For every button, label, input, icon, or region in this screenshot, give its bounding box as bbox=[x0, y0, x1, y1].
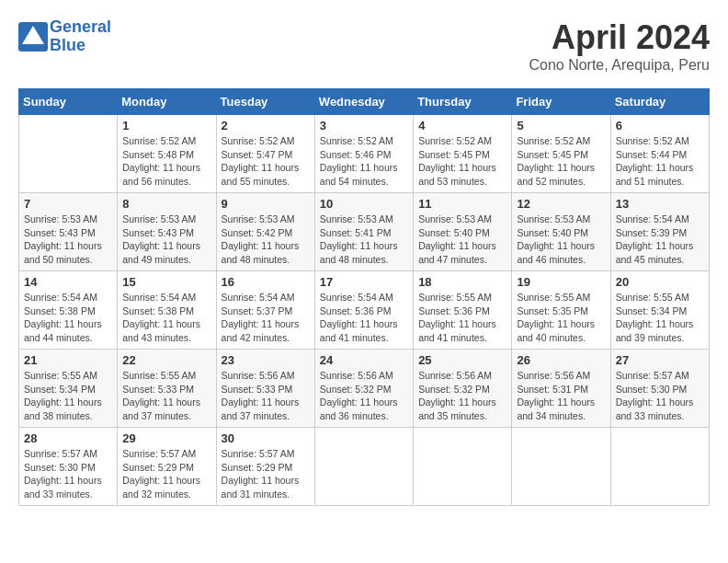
day-info: Sunrise: 5:55 AMSunset: 5:33 PMDaylight:… bbox=[122, 369, 210, 423]
day-info: Sunrise: 5:53 AMSunset: 5:43 PMDaylight:… bbox=[122, 213, 210, 267]
calendar-cell: 7Sunrise: 5:53 AMSunset: 5:43 PMDaylight… bbox=[19, 193, 118, 271]
column-header-sunday: Sunday bbox=[19, 89, 118, 115]
calendar-cell: 10Sunrise: 5:53 AMSunset: 5:41 PMDayligh… bbox=[314, 193, 413, 271]
calendar-cell: 24Sunrise: 5:56 AMSunset: 5:32 PMDayligh… bbox=[314, 350, 413, 428]
day-info: Sunrise: 5:54 AMSunset: 5:38 PMDaylight:… bbox=[122, 291, 210, 345]
calendar-cell bbox=[414, 428, 512, 506]
calendar-cell: 20Sunrise: 5:55 AMSunset: 5:34 PMDayligh… bbox=[610, 271, 709, 350]
day-info: Sunrise: 5:56 AMSunset: 5:32 PMDaylight:… bbox=[320, 369, 408, 423]
day-info: Sunrise: 5:57 AMSunset: 5:30 PMDaylight:… bbox=[616, 369, 704, 423]
day-number: 14 bbox=[24, 275, 112, 289]
day-number: 4 bbox=[418, 119, 506, 132]
column-header-saturday: Saturday bbox=[610, 89, 709, 115]
calendar-cell: 19Sunrise: 5:55 AMSunset: 5:35 PMDayligh… bbox=[512, 271, 610, 350]
calendar-cell: 11Sunrise: 5:53 AMSunset: 5:40 PMDayligh… bbox=[414, 193, 512, 271]
day-info: Sunrise: 5:52 AMSunset: 5:45 PMDaylight:… bbox=[418, 134, 506, 189]
calendar-week-row: 7Sunrise: 5:53 AMSunset: 5:43 PMDaylight… bbox=[19, 193, 710, 271]
calendar-cell: 23Sunrise: 5:56 AMSunset: 5:33 PMDayligh… bbox=[216, 350, 314, 428]
day-number: 1 bbox=[122, 119, 210, 132]
day-info: Sunrise: 5:54 AMSunset: 5:39 PMDaylight:… bbox=[616, 213, 704, 267]
calendar-cell: 5Sunrise: 5:52 AMSunset: 5:45 PMDaylight… bbox=[512, 115, 610, 193]
day-info: Sunrise: 5:55 AMSunset: 5:36 PMDaylight:… bbox=[418, 291, 506, 345]
day-info: Sunrise: 5:54 AMSunset: 5:36 PMDaylight:… bbox=[320, 291, 408, 345]
calendar-cell: 16Sunrise: 5:54 AMSunset: 5:37 PMDayligh… bbox=[216, 271, 314, 350]
calendar-cell: 8Sunrise: 5:53 AMSunset: 5:43 PMDaylight… bbox=[118, 193, 216, 271]
day-number: 7 bbox=[24, 197, 112, 211]
calendar-cell: 29Sunrise: 5:57 AMSunset: 5:29 PMDayligh… bbox=[118, 428, 216, 506]
column-header-wednesday: Wednesday bbox=[314, 89, 413, 115]
title-block: April 2024 Cono Norte, Arequipa, Peru bbox=[529, 18, 710, 74]
day-info: Sunrise: 5:52 AMSunset: 5:48 PMDaylight:… bbox=[122, 134, 210, 189]
day-info: Sunrise: 5:53 AMSunset: 5:43 PMDaylight:… bbox=[24, 213, 112, 267]
logo-line1: General bbox=[50, 18, 111, 37]
day-number: 29 bbox=[122, 431, 210, 445]
calendar-cell: 30Sunrise: 5:57 AMSunset: 5:29 PMDayligh… bbox=[216, 428, 314, 506]
calendar-table: SundayMondayTuesdayWednesdayThursdayFrid… bbox=[18, 88, 710, 506]
day-number: 2 bbox=[222, 119, 310, 132]
day-info: Sunrise: 5:57 AMSunset: 5:29 PMDaylight:… bbox=[122, 447, 210, 501]
day-info: Sunrise: 5:54 AMSunset: 5:37 PMDaylight:… bbox=[222, 291, 310, 345]
logo: General Blue bbox=[18, 18, 111, 55]
day-info: Sunrise: 5:52 AMSunset: 5:44 PMDaylight:… bbox=[616, 134, 704, 189]
calendar-cell: 18Sunrise: 5:55 AMSunset: 5:36 PMDayligh… bbox=[414, 271, 512, 350]
column-header-thursday: Thursday bbox=[414, 89, 512, 115]
calendar-cell bbox=[610, 428, 709, 506]
logo-icon bbox=[18, 22, 48, 52]
day-number: 28 bbox=[24, 431, 112, 445]
calendar-header-row: SundayMondayTuesdayWednesdayThursdayFrid… bbox=[19, 89, 710, 115]
calendar-cell: 27Sunrise: 5:57 AMSunset: 5:30 PMDayligh… bbox=[610, 350, 709, 428]
calendar-week-row: 28Sunrise: 5:57 AMSunset: 5:30 PMDayligh… bbox=[19, 428, 710, 506]
day-number: 27 bbox=[616, 353, 704, 367]
location: Cono Norte, Arequipa, Peru bbox=[529, 57, 710, 74]
calendar-cell: 13Sunrise: 5:54 AMSunset: 5:39 PMDayligh… bbox=[610, 193, 709, 271]
day-number: 23 bbox=[222, 353, 310, 367]
calendar-cell: 26Sunrise: 5:56 AMSunset: 5:31 PMDayligh… bbox=[512, 350, 610, 428]
calendar-cell: 2Sunrise: 5:52 AMSunset: 5:47 PMDaylight… bbox=[216, 115, 314, 193]
day-info: Sunrise: 5:57 AMSunset: 5:30 PMDaylight:… bbox=[24, 447, 112, 501]
day-info: Sunrise: 5:53 AMSunset: 5:41 PMDaylight:… bbox=[320, 213, 408, 267]
calendar-cell: 14Sunrise: 5:54 AMSunset: 5:38 PMDayligh… bbox=[19, 271, 118, 350]
day-info: Sunrise: 5:52 AMSunset: 5:46 PMDaylight:… bbox=[320, 134, 408, 189]
calendar-cell bbox=[314, 428, 413, 506]
column-header-friday: Friday bbox=[512, 89, 610, 115]
day-number: 10 bbox=[320, 197, 408, 211]
day-info: Sunrise: 5:56 AMSunset: 5:33 PMDaylight:… bbox=[222, 369, 310, 423]
day-number: 9 bbox=[222, 197, 310, 211]
day-info: Sunrise: 5:54 AMSunset: 5:38 PMDaylight:… bbox=[24, 291, 112, 345]
calendar-cell bbox=[512, 428, 610, 506]
day-number: 6 bbox=[616, 119, 704, 132]
calendar-cell: 3Sunrise: 5:52 AMSunset: 5:46 PMDaylight… bbox=[314, 115, 413, 193]
day-info: Sunrise: 5:53 AMSunset: 5:40 PMDaylight:… bbox=[418, 213, 506, 267]
day-number: 5 bbox=[517, 119, 605, 132]
day-info: Sunrise: 5:53 AMSunset: 5:42 PMDaylight:… bbox=[222, 213, 310, 267]
day-number: 3 bbox=[320, 119, 408, 132]
day-info: Sunrise: 5:57 AMSunset: 5:29 PMDaylight:… bbox=[222, 447, 310, 501]
day-number: 15 bbox=[122, 275, 210, 289]
calendar-cell bbox=[19, 115, 118, 193]
day-number: 22 bbox=[122, 353, 210, 367]
column-header-monday: Monday bbox=[118, 89, 216, 115]
day-info: Sunrise: 5:52 AMSunset: 5:45 PMDaylight:… bbox=[517, 134, 605, 189]
calendar-cell: 25Sunrise: 5:56 AMSunset: 5:32 PMDayligh… bbox=[414, 350, 512, 428]
day-number: 24 bbox=[320, 353, 408, 367]
day-number: 16 bbox=[222, 275, 310, 289]
day-info: Sunrise: 5:55 AMSunset: 5:34 PMDaylight:… bbox=[616, 291, 704, 345]
day-info: Sunrise: 5:56 AMSunset: 5:32 PMDaylight:… bbox=[418, 369, 506, 423]
calendar-cell: 4Sunrise: 5:52 AMSunset: 5:45 PMDaylight… bbox=[414, 115, 512, 193]
day-number: 17 bbox=[320, 275, 408, 289]
calendar-cell: 22Sunrise: 5:55 AMSunset: 5:33 PMDayligh… bbox=[118, 350, 216, 428]
logo-line2: Blue bbox=[50, 37, 111, 55]
day-number: 13 bbox=[616, 197, 704, 211]
day-number: 20 bbox=[616, 275, 704, 289]
calendar-cell: 21Sunrise: 5:55 AMSunset: 5:34 PMDayligh… bbox=[19, 350, 118, 428]
day-number: 25 bbox=[418, 353, 506, 367]
calendar-cell: 9Sunrise: 5:53 AMSunset: 5:42 PMDaylight… bbox=[216, 193, 314, 271]
column-header-tuesday: Tuesday bbox=[216, 89, 314, 115]
calendar-cell: 12Sunrise: 5:53 AMSunset: 5:40 PMDayligh… bbox=[512, 193, 610, 271]
day-number: 8 bbox=[122, 197, 210, 211]
page-header: General Blue April 2024 Cono Norte, Areq… bbox=[18, 18, 710, 74]
day-number: 21 bbox=[24, 353, 112, 367]
calendar-cell: 1Sunrise: 5:52 AMSunset: 5:48 PMDaylight… bbox=[118, 115, 216, 193]
day-number: 11 bbox=[418, 197, 506, 211]
month-title: April 2024 bbox=[529, 18, 710, 57]
